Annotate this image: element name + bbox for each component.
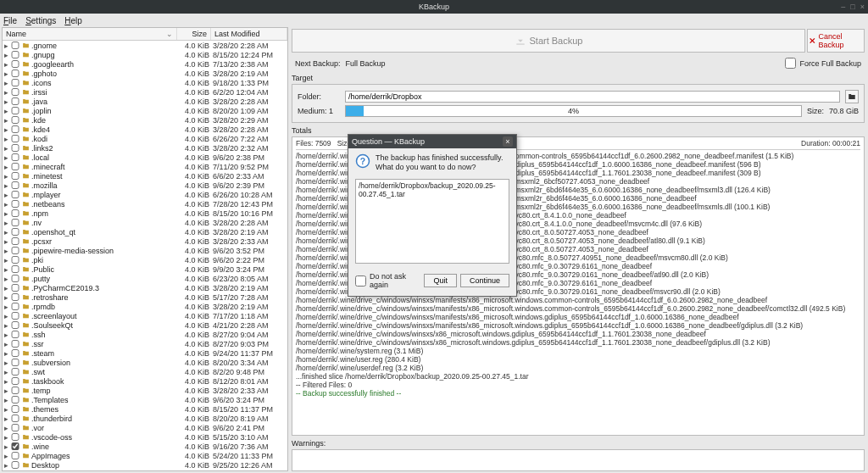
folder-input[interactable] — [345, 91, 840, 103]
tree-row[interactable]: ▸.links24.0 KiB3/28/20 2:32 AM — [3, 143, 287, 153]
expander-icon[interactable]: ▸ — [4, 237, 11, 246]
expander-icon[interactable]: ▸ — [4, 470, 11, 471]
expander-icon[interactable]: ▸ — [4, 405, 11, 414]
col-name[interactable]: Name⌄ — [3, 28, 177, 40]
expander-icon[interactable]: ▸ — [4, 60, 11, 69]
tree-row[interactable]: ▸.vscode-oss4.0 KiB5/15/20 3:10 AM — [3, 432, 287, 442]
tree-row[interactable]: ▸.Public4.0 KiB9/9/20 3:24 PM — [3, 264, 287, 274]
menu-settings[interactable]: Settings — [25, 16, 56, 25]
expander-icon[interactable]: ▸ — [4, 452, 11, 460]
expander-icon[interactable]: ▸ — [4, 200, 11, 209]
tree-row[interactable]: ▸.ssh4.0 KiB8/27/20 9:04 AM — [3, 330, 287, 339]
folder-browse-button[interactable] — [845, 90, 859, 103]
tree-row[interactable]: ▸.netbeans4.0 KiB7/28/20 12:43 PM — [3, 199, 287, 209]
row-checkbox[interactable] — [11, 70, 19, 77]
minimize-icon[interactable]: – — [841, 3, 845, 11]
maximize-icon[interactable]: □ — [850, 3, 854, 11]
tree-row[interactable]: ▸.themes4.0 KiB8/15/20 11:37 PM — [3, 404, 287, 414]
expander-icon[interactable]: ▸ — [4, 163, 11, 171]
row-checkbox[interactable] — [11, 321, 19, 329]
row-checkbox[interactable] — [11, 359, 19, 366]
tree-row[interactable]: ▸.subversion4.0 KiB8/20/20 3:34 AM — [3, 358, 287, 367]
expander-icon[interactable]: ▸ — [4, 461, 11, 470]
tree-row[interactable]: ▸.Templates4.0 KiB9/6/20 3:24 PM — [3, 395, 287, 404]
expander-icon[interactable]: ▸ — [4, 51, 11, 59]
row-checkbox[interactable] — [11, 275, 19, 282]
row-checkbox[interactable] — [11, 144, 19, 152]
row-checkbox[interactable] — [11, 247, 19, 254]
tree-row[interactable]: ▸.mozilla4.0 KiB9/6/20 2:39 PM — [3, 181, 287, 190]
row-checkbox[interactable] — [11, 163, 19, 170]
tree-row[interactable]: ▸.screenlayout4.0 KiB7/17/20 1:18 AM — [3, 311, 287, 320]
row-checkbox[interactable] — [11, 79, 19, 86]
row-checkbox[interactable] — [11, 191, 19, 198]
expander-icon[interactable]: ▸ — [4, 275, 11, 283]
row-checkbox[interactable] — [11, 97, 19, 105]
tree-row[interactable]: ▸.irssi4.0 KiB6/2/20 12:04 AM — [3, 87, 287, 97]
row-checkbox[interactable] — [11, 433, 19, 441]
row-checkbox[interactable] — [11, 88, 19, 96]
row-checkbox[interactable] — [11, 312, 19, 320]
tree-row[interactable]: ▸.putty4.0 KiB6/23/20 8:05 AM — [3, 274, 287, 283]
expander-icon[interactable]: ▸ — [4, 387, 11, 395]
tree-row[interactable]: ▸.java4.0 KiB3/28/20 2:28 AM — [3, 97, 287, 106]
tree-row[interactable]: ▸Documents4.0 KiB9/22/20 10:44 PM — [3, 470, 287, 470]
row-checkbox[interactable] — [11, 135, 19, 142]
row-checkbox[interactable] — [11, 293, 19, 301]
expander-icon[interactable]: ▸ — [4, 303, 11, 311]
expander-icon[interactable]: ▸ — [4, 181, 11, 190]
row-checkbox[interactable] — [11, 387, 19, 394]
expander-icon[interactable]: ▸ — [4, 209, 11, 218]
tree-row[interactable]: ▸.temp4.0 KiB3/28/20 2:33 AM — [3, 386, 287, 395]
row-checkbox[interactable] — [11, 181, 19, 189]
tree-row[interactable]: ▸.openshot_qt4.0 KiB3/28/20 2:19 AM — [3, 227, 287, 236]
row-checkbox[interactable] — [11, 42, 19, 49]
row-checkbox[interactable] — [11, 219, 19, 226]
tree-row[interactable]: ▸.npm4.0 KiB8/15/20 10:16 PM — [3, 209, 287, 218]
tree-row[interactable]: ▸.minetest4.0 KiB6/6/20 2:33 AM — [3, 171, 287, 181]
row-checkbox[interactable] — [11, 424, 19, 431]
expander-icon[interactable]: ▸ — [4, 107, 11, 115]
tree-row[interactable]: ▸.rpmdb4.0 KiB3/28/20 2:19 AM — [3, 302, 287, 311]
expander-icon[interactable]: ▸ — [4, 415, 11, 423]
expander-icon[interactable]: ▸ — [4, 284, 11, 292]
tree-row[interactable]: ▸AppImages4.0 KiB5/24/20 11:33 PM — [3, 451, 287, 460]
dont-ask-checkbox[interactable] — [355, 275, 366, 287]
expander-icon[interactable]: ▸ — [4, 442, 11, 451]
row-checkbox[interactable] — [11, 331, 19, 338]
expander-icon[interactable]: ▸ — [4, 144, 11, 153]
expander-icon[interactable]: ▸ — [4, 424, 11, 432]
row-checkbox[interactable] — [11, 209, 19, 217]
expander-icon[interactable]: ▸ — [4, 359, 11, 367]
row-checkbox[interactable] — [11, 60, 19, 68]
start-backup-button[interactable]: Start Backup — [292, 29, 805, 53]
expander-icon[interactable]: ▸ — [4, 70, 11, 78]
expander-icon[interactable]: ▸ — [4, 256, 11, 264]
quit-button[interactable]: Quit — [424, 274, 457, 287]
row-checkbox[interactable] — [11, 172, 19, 180]
expander-icon[interactable]: ▸ — [4, 88, 11, 97]
expander-icon[interactable]: ▸ — [4, 433, 11, 442]
tree-row[interactable]: ▸.icons4.0 KiB9/18/20 1:33 PM — [3, 78, 287, 87]
tree-row[interactable]: ▸.taskbook4.0 KiB8/12/20 8:01 AM — [3, 376, 287, 386]
tree-row[interactable]: ▸.kde44.0 KiB3/28/20 2:28 AM — [3, 125, 287, 134]
expander-icon[interactable]: ▸ — [4, 349, 11, 358]
expander-icon[interactable]: ▸ — [4, 135, 11, 143]
col-modified[interactable]: Last Modified — [211, 28, 287, 40]
force-full-backup-checkbox[interactable] — [785, 58, 796, 69]
tree-row[interactable]: ▸.swt4.0 KiB8/2/20 9:48 PM — [3, 367, 287, 376]
expander-icon[interactable]: ▸ — [4, 97, 11, 106]
tree-row[interactable]: ▸Desktop4.0 KiB9/25/20 12:26 AM — [3, 460, 287, 470]
expander-icon[interactable]: ▸ — [4, 377, 11, 386]
cancel-backup-button[interactable]: Cancel Backup — [807, 29, 865, 53]
row-checkbox[interactable] — [11, 377, 19, 385]
tree-row[interactable]: ▸.nv4.0 KiB3/28/20 2:28 AM — [3, 218, 287, 227]
row-checkbox[interactable] — [11, 396, 19, 403]
tree-row[interactable]: ▸.kde4.0 KiB3/28/20 2:29 AM — [3, 115, 287, 125]
row-checkbox[interactable] — [11, 284, 19, 292]
row-checkbox[interactable] — [11, 368, 19, 376]
expander-icon[interactable]: ▸ — [4, 79, 11, 87]
row-checkbox[interactable] — [11, 303, 19, 310]
tree-row[interactable]: ▸.mplayer4.0 KiB6/26/20 10:28 AM — [3, 190, 287, 199]
expander-icon[interactable]: ▸ — [4, 321, 11, 330]
